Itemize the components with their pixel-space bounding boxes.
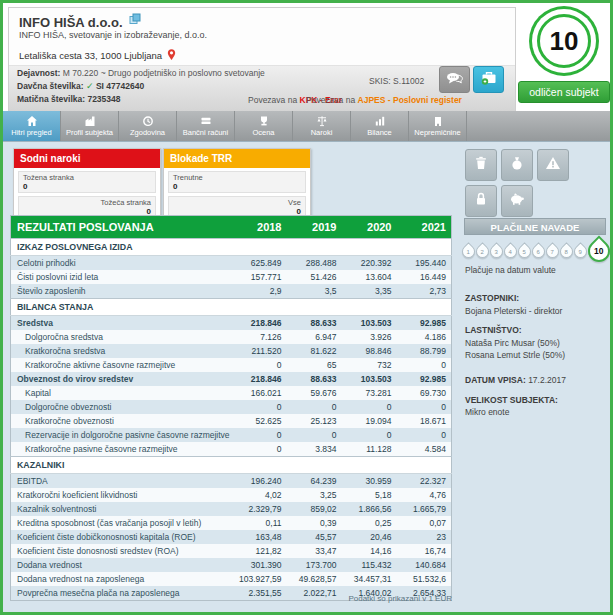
row-label: Sredstva	[11, 316, 232, 331]
row-value: 166.021	[232, 386, 287, 400]
section-label: IZKAZ POSLOVNEGA IZIDA	[11, 239, 452, 256]
maticna-label: Matična številka:	[17, 94, 85, 104]
row-value: 195.440	[397, 256, 452, 271]
scales-icon	[316, 115, 328, 127]
row-value: 0	[342, 400, 397, 414]
drop-number: 5	[523, 248, 526, 254]
row-value: 288.488	[287, 256, 342, 271]
chat-icon	[446, 71, 463, 89]
history-icon	[142, 115, 154, 127]
table-row-koeficient-iste-dobi-konosnosti-kapitala-roe: Koeficient čiste dobičkonosnosti kapital…	[11, 530, 452, 544]
chat-button[interactable]	[439, 66, 470, 93]
tab-hitri-pregled[interactable]: Hitri pregled	[3, 111, 61, 141]
row-value: 51.426	[287, 270, 342, 284]
row-value: 69.730	[397, 386, 452, 400]
row-value: 211.520	[232, 344, 287, 358]
row-value: 0	[397, 400, 452, 414]
payment-note: Plačuje na datum valute	[465, 265, 556, 275]
tab-label: Bilance	[367, 128, 392, 137]
tool-button-piggybank[interactable]	[501, 185, 533, 217]
davcna-value: SI 47742640	[96, 81, 144, 91]
row-label: Čisti poslovni izid leta	[11, 270, 232, 284]
row-label: Celotni prihodki	[11, 256, 232, 271]
check-icon: ✓	[86, 81, 94, 91]
results-table-head: REZULTATI POSLOVANJA2018201920202021	[11, 216, 452, 239]
tool-button-trash[interactable]	[465, 149, 497, 181]
map-pin-icon[interactable]	[167, 49, 176, 63]
row-value: 1.866,56	[342, 502, 397, 516]
row-value: 23	[397, 530, 452, 544]
score-label-button[interactable]: odličen subjekt	[518, 81, 610, 103]
row-value: 49.628,57	[287, 572, 342, 586]
row-value: 5,18	[342, 488, 397, 502]
ajpes-link[interactable]: AJPES - Poslovni register	[358, 95, 462, 105]
row-label: Koeficient čiste donosnosti sredstev (RO…	[11, 544, 232, 558]
tool-button-warning[interactable]	[537, 149, 569, 181]
row-value: 16.449	[397, 270, 452, 284]
row-value: 65	[287, 358, 342, 372]
drop-number: 2	[481, 248, 484, 254]
payment-index-scale: 1234567891011	[462, 239, 610, 263]
table-row-dodana-vrednost-na-zaposlenega: Dodana vrednost na zaposlenega103.927,59…	[11, 572, 452, 586]
copy-icon[interactable]	[129, 13, 141, 28]
section-row-izkaz-poslovnega-izida: IZKAZ POSLOVNEGA IZIDA	[11, 239, 452, 256]
row-value: 30.959	[342, 474, 397, 489]
velikost-label-text: VELIKOST SUBJEKTA:	[465, 395, 558, 405]
home-icon	[26, 115, 38, 127]
stat-label: Tožena stranka	[23, 173, 151, 182]
tab-naroki[interactable]: Naroki	[293, 111, 351, 141]
row-label: Kratkoročne aktivne časovne razmejitve	[11, 358, 232, 372]
row-value: 3.834	[287, 442, 342, 457]
ajpes-line: Povezava na AJPES - Poslovni register	[306, 95, 462, 105]
company-name-text: INFO HIŠA d.o.o.	[19, 15, 123, 30]
table-row-dolgoro-ne-obveznosti: Dolgoročne obveznosti0000	[11, 400, 452, 414]
add-to-portfolio-button[interactable]	[473, 66, 504, 93]
row-value: 2.329,79	[232, 502, 287, 516]
tab-nepremi-nine[interactable]: Nepremičnine	[409, 111, 467, 141]
row-value: 0,11	[232, 516, 287, 530]
row-value: 0	[397, 358, 452, 372]
row-value: 0	[232, 428, 287, 442]
tab-ocena[interactable]: Ocena	[235, 111, 293, 141]
table-row-kratkoro-ne-obveznosti: Kratkoročne obveznosti52.62525.12319.094…	[11, 414, 452, 428]
skis-line: SKIS: S.11002	[369, 76, 424, 86]
datum-vpisa-label: DATUM VPISA:	[465, 375, 526, 385]
row-value: 0,07	[397, 516, 452, 530]
tab-label: Ocena	[252, 128, 274, 137]
tool-button-lock[interactable]	[465, 185, 497, 217]
row-value: 88.633	[287, 372, 342, 386]
year-header: 2020	[342, 216, 397, 239]
stat-value: 0	[23, 182, 151, 191]
drop-number: 7	[551, 248, 554, 254]
kpk-prefix: Povezava na	[248, 95, 297, 105]
zastopnik-item: Bojana Pleterski - direktor	[465, 305, 562, 317]
row-label: Dodana vrednost na zaposlenega	[11, 572, 232, 586]
row-value: 0	[232, 400, 287, 414]
box-title: Blokade TRR	[164, 149, 310, 168]
row-value: 3,5	[287, 284, 342, 299]
tab-bilance[interactable]: Bilance	[351, 111, 409, 141]
row-value: 73.281	[342, 386, 397, 400]
datum-vpisa-line: DATUM VPISA: 17.2.2017	[465, 375, 566, 385]
row-value: 52.625	[232, 414, 287, 428]
credit-score-badge: 10	[529, 6, 599, 76]
row-value: 64.239	[287, 474, 342, 489]
tool-button-moneybag[interactable]	[501, 149, 533, 181]
row-value: 18.671	[397, 414, 452, 428]
row-value: 92.985	[397, 372, 452, 386]
credit-score-value: 10	[537, 14, 591, 68]
tab-label: Naroki	[311, 128, 333, 137]
stat-label: Vse	[173, 198, 301, 207]
row-value: 59.676	[287, 386, 342, 400]
tab-profil-subjekta[interactable]: Profil subjekta	[61, 111, 119, 141]
trophy-icon	[258, 115, 270, 127]
tab-ban-ni-ra-uni[interactable]: Bančni računi	[177, 111, 235, 141]
row-value: 2,9	[232, 284, 287, 299]
payment-habits-header: PLAČILNE NAVADE	[464, 218, 606, 235]
row-value: 0	[287, 428, 342, 442]
page: INFO HIŠA d.o.o. INFO HIŠA, svetovanje i…	[0, 0, 613, 615]
row-label: Kratkoročna sredstva	[11, 344, 232, 358]
row-value: 0,25	[342, 516, 397, 530]
tab-label: Hitri pregled	[11, 128, 51, 137]
tab-zgodovina[interactable]: Zgodovina	[119, 111, 177, 141]
